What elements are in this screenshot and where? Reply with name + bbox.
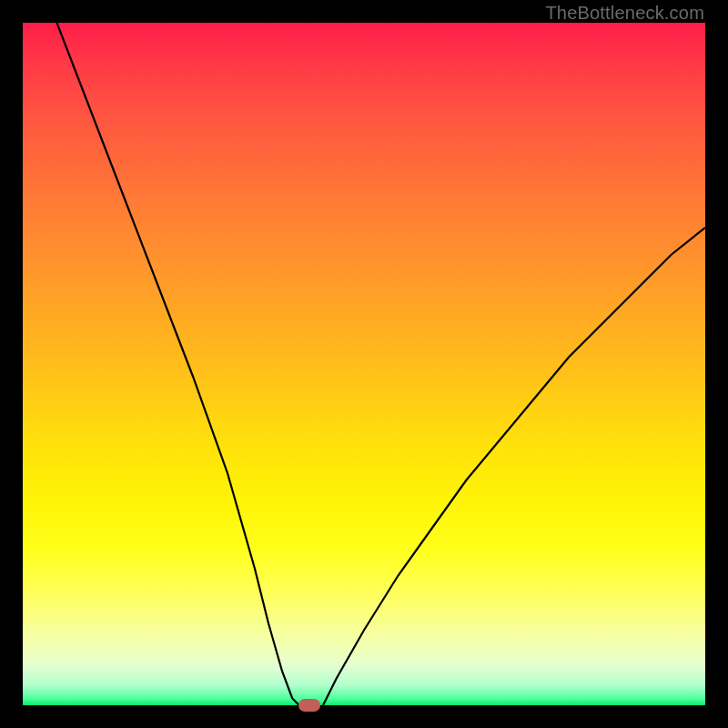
curve-left-branch bbox=[57, 23, 299, 705]
watermark-text: TheBottleneck.com bbox=[545, 3, 704, 24]
curve-right-branch bbox=[323, 228, 705, 705]
optimal-point-marker bbox=[298, 699, 320, 712]
curve-svg bbox=[23, 23, 705, 705]
outer-frame: TheBottleneck.com bbox=[0, 0, 728, 728]
